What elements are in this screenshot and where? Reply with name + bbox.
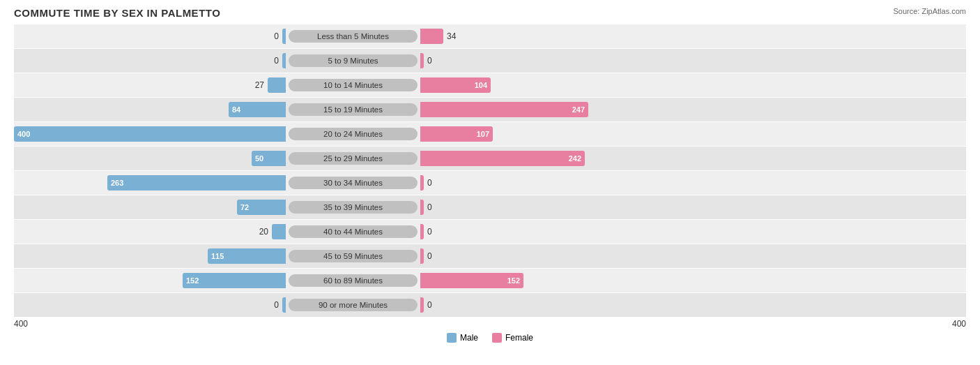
bottom-labels: 400 400 [14, 319, 966, 329]
chart-legend: Male Female [14, 333, 966, 343]
male-bar-label: 152 [186, 276, 199, 285]
right-side: 0 [420, 200, 692, 215]
male-bar-label: 72 [240, 203, 249, 211]
male-bar [282, 53, 286, 68]
table-row: 05 to 9 Minutes0 [14, 49, 966, 73]
legend-male: Male [447, 333, 478, 343]
table-row: 15260 to 89 Minutes152 [14, 269, 966, 292]
row-label: 30 to 34 Minutes [289, 177, 418, 189]
male-bar-label: 400 [17, 130, 30, 138]
male-bar: 72 [237, 200, 286, 215]
left-side: 0 [14, 29, 286, 44]
table-row: 40020 to 24 Minutes107 [14, 122, 966, 146]
male-bar: 152 [183, 273, 286, 288]
left-side: 152 [14, 273, 286, 288]
row-label: 40 to 44 Minutes [289, 225, 418, 238]
female-value: 34 [443, 31, 456, 41]
legend-female-label: Female [505, 333, 533, 343]
female-value: 0 [424, 300, 432, 310]
bottom-left-label: 400 [14, 319, 28, 329]
female-bar-label: 242 [569, 154, 581, 163]
female-bar: 107 [420, 126, 493, 142]
legend-male-label: Male [460, 333, 478, 343]
row-label: Less than 5 Minutes [289, 30, 418, 43]
female-bar: 247 [420, 102, 588, 117]
left-side: 50 [14, 151, 286, 166]
left-side: 0 [14, 297, 286, 313]
male-bar: 84 [229, 102, 286, 117]
female-bar-label: 152 [507, 276, 520, 285]
male-bar: 115 [208, 248, 286, 264]
table-row: 090 or more Minutes0 [14, 293, 966, 317]
row-label: 10 to 14 Minutes [289, 79, 418, 91]
legend-female-box [492, 333, 502, 343]
male-bar: 400 [14, 126, 286, 142]
female-value: 0 [424, 251, 432, 261]
right-side: 152 [420, 273, 692, 288]
left-side: 400 [14, 126, 286, 142]
male-value: 20 [259, 227, 272, 237]
row-label: 20 to 24 Minutes [289, 128, 418, 140]
left-side: 0 [14, 53, 286, 68]
male-bar [268, 77, 286, 93]
female-bar: 242 [420, 151, 585, 166]
table-row: 0Less than 5 Minutes34 [14, 24, 966, 48]
female-bar-label: 107 [477, 130, 489, 138]
table-row: 8415 to 19 Minutes247 [14, 98, 966, 121]
chart-title: COMMUTE TIME BY SEX IN PALMETTO [14, 7, 966, 19]
female-value: 0 [424, 202, 432, 212]
right-side: 34 [420, 29, 692, 44]
row-label: 35 to 39 Minutes [289, 201, 418, 214]
left-side: 115 [14, 248, 286, 264]
source-label: Source: ZipAtlas.com [893, 7, 966, 15]
left-side: 20 [14, 224, 286, 239]
right-side: 247 [420, 102, 692, 117]
right-side: 0 [420, 297, 692, 313]
female-value: 0 [424, 227, 432, 237]
female-bar: 104 [420, 77, 491, 93]
male-bar [282, 29, 286, 44]
row-label: 15 to 19 Minutes [289, 103, 418, 116]
male-bar: 263 [107, 175, 286, 191]
table-row: 5025 to 29 Minutes242 [14, 147, 966, 170]
row-label: 25 to 29 Minutes [289, 152, 418, 165]
male-value-zero: 0 [274, 300, 282, 310]
row-label: 90 or more Minutes [289, 299, 418, 311]
right-side: 242 [420, 151, 692, 166]
male-value: 27 [255, 80, 268, 90]
table-row: 2040 to 44 Minutes0 [14, 220, 966, 244]
chart-container: COMMUTE TIME BY SEX IN PALMETTO Source: … [0, 0, 980, 365]
right-side: 0 [420, 248, 692, 264]
male-bar-label: 115 [211, 252, 224, 260]
right-side: 0 [420, 224, 692, 239]
male-bar-label: 84 [232, 105, 240, 114]
male-value-zero: 0 [274, 56, 282, 66]
left-side: 84 [14, 102, 286, 117]
row-label: 5 to 9 Minutes [289, 54, 418, 67]
right-side: 0 [420, 175, 692, 191]
female-bar-label: 104 [475, 81, 487, 89]
male-bar-label: 263 [111, 179, 123, 187]
chart-rows: 0Less than 5 Minutes3405 to 9 Minutes027… [14, 24, 966, 318]
female-bar-label: 247 [572, 105, 585, 114]
male-bar [272, 224, 286, 239]
table-row: 2710 to 14 Minutes104 [14, 73, 966, 97]
row-label: 45 to 59 Minutes [289, 250, 418, 262]
row-label: 60 to 89 Minutes [289, 274, 418, 287]
left-side: 72 [14, 200, 286, 215]
female-bar: 152 [420, 273, 523, 288]
male-bar: 50 [252, 151, 286, 166]
table-row: 26330 to 34 Minutes0 [14, 171, 966, 195]
male-bar-label: 50 [255, 154, 263, 163]
left-side: 263 [14, 175, 286, 191]
female-value: 0 [424, 56, 432, 66]
table-row: 7235 to 39 Minutes0 [14, 195, 966, 219]
bottom-right-label: 400 [952, 319, 966, 329]
right-side: 0 [420, 53, 692, 68]
right-side: 104 [420, 77, 692, 93]
left-side: 27 [14, 77, 286, 93]
male-value-zero: 0 [274, 31, 282, 41]
legend-male-box [447, 333, 457, 343]
legend-female: Female [492, 333, 533, 343]
female-value: 0 [424, 178, 432, 188]
